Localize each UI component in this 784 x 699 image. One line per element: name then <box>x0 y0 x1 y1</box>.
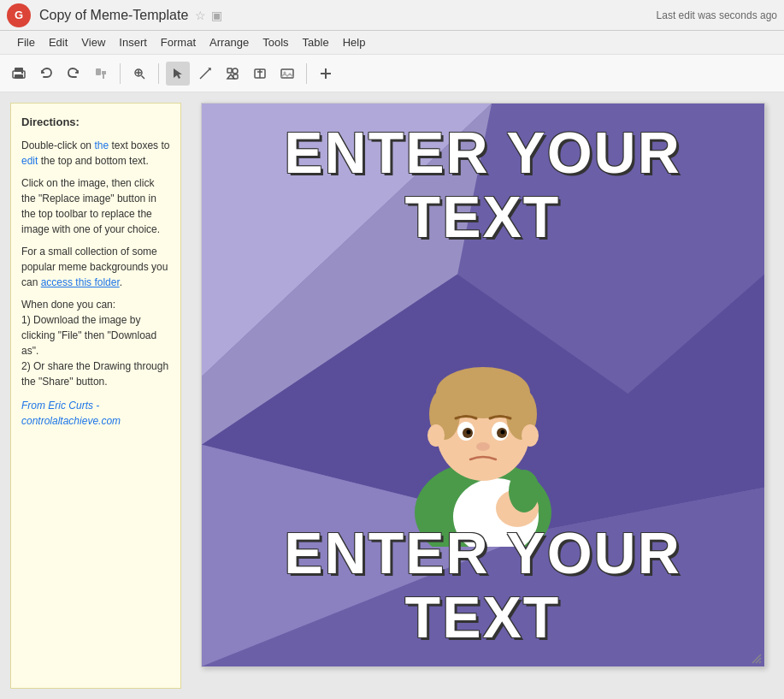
svg-marker-11 <box>209 68 210 69</box>
google-logo: G <box>7 3 31 27</box>
redo-button[interactable] <box>62 62 85 86</box>
svg-line-10 <box>200 68 210 79</box>
last-edit-status: Last edit was seconds ago <box>657 9 777 21</box>
menu-arrange[interactable]: Arrange <box>203 34 256 50</box>
svg-line-51 <box>759 661 761 663</box>
undo-button[interactable] <box>34 62 58 86</box>
svg-rect-12 <box>227 68 232 73</box>
print-button[interactable] <box>7 62 31 86</box>
sidebar-footer: From Eric Curts -controlaltachieve.com <box>21 398 170 429</box>
resize-handle[interactable] <box>751 653 763 665</box>
main-content: Directions: Double-click on the text box… <box>0 92 784 699</box>
sidebar-para1: Double-click on the text boxes to edit t… <box>21 138 170 169</box>
menu-help[interactable]: Help <box>336 34 373 50</box>
toolbar-separator-1 <box>120 63 121 84</box>
zoom-button[interactable] <box>127 62 151 86</box>
canvas-area[interactable]: ENTER YOUR TEXT <box>181 92 784 699</box>
menu-tools[interactable]: Tools <box>256 34 295 50</box>
meme-top-text[interactable]: ENTER YOUR TEXT <box>202 121 764 249</box>
meme-image[interactable] <box>380 290 586 547</box>
toolbar-separator-2 <box>158 63 159 84</box>
sidebar-para4: When done you can: 1) Download the image… <box>21 297 170 389</box>
menu-table[interactable]: Table <box>296 34 336 50</box>
svg-rect-2 <box>15 74 23 79</box>
svg-point-41 <box>466 430 470 435</box>
paint-format-button[interactable] <box>89 62 113 86</box>
shapes-button[interactable] <box>221 62 245 86</box>
svg-point-48 <box>522 424 539 447</box>
meme-bottom-text[interactable]: ENTER YOUR TEXT <box>202 521 764 649</box>
svg-rect-4 <box>96 68 101 75</box>
sidebar-title: Directions: <box>21 114 170 131</box>
add-button[interactable] <box>314 62 338 86</box>
menu-view[interactable]: View <box>74 34 112 50</box>
title-bar: G Copy of Meme-Template ☆ ▣ Last edit wa… <box>0 0 784 31</box>
menu-bar: File Edit View Insert Format Arrange Too… <box>0 31 784 55</box>
svg-rect-15 <box>233 74 238 79</box>
menu-file[interactable]: File <box>10 34 42 50</box>
svg-marker-9 <box>174 68 182 79</box>
svg-line-6 <box>142 75 145 79</box>
svg-point-42 <box>500 430 504 435</box>
star-icon[interactable]: ☆ <box>195 9 206 22</box>
svg-point-47 <box>427 424 445 447</box>
svg-point-46 <box>509 470 539 512</box>
slide-container[interactable]: ENTER YOUR TEXT <box>201 103 765 667</box>
menu-edit[interactable]: Edit <box>42 34 74 50</box>
doc-title[interactable]: Copy of Meme-Template <box>39 8 188 23</box>
svg-rect-3 <box>21 72 23 74</box>
menu-insert[interactable]: Insert <box>112 34 154 50</box>
sidebar-para3: For a small collection of some popular m… <box>21 244 170 290</box>
select-button[interactable] <box>166 62 190 86</box>
svg-point-13 <box>233 68 238 74</box>
directions-sidebar: Directions: Double-click on the text box… <box>10 103 181 689</box>
sidebar-para2: Click on the image, then click the "Repl… <box>21 175 170 237</box>
access-folder-link[interactable]: access this folder <box>41 276 120 288</box>
folder-icon[interactable]: ▣ <box>211 9 222 22</box>
menu-format[interactable]: Format <box>154 34 203 50</box>
image-button[interactable] <box>275 62 299 86</box>
svg-point-43 <box>476 442 490 451</box>
line-button[interactable] <box>193 62 217 86</box>
toolbar <box>0 55 784 92</box>
text-button[interactable] <box>248 62 272 86</box>
toolbar-separator-3 <box>306 63 307 84</box>
